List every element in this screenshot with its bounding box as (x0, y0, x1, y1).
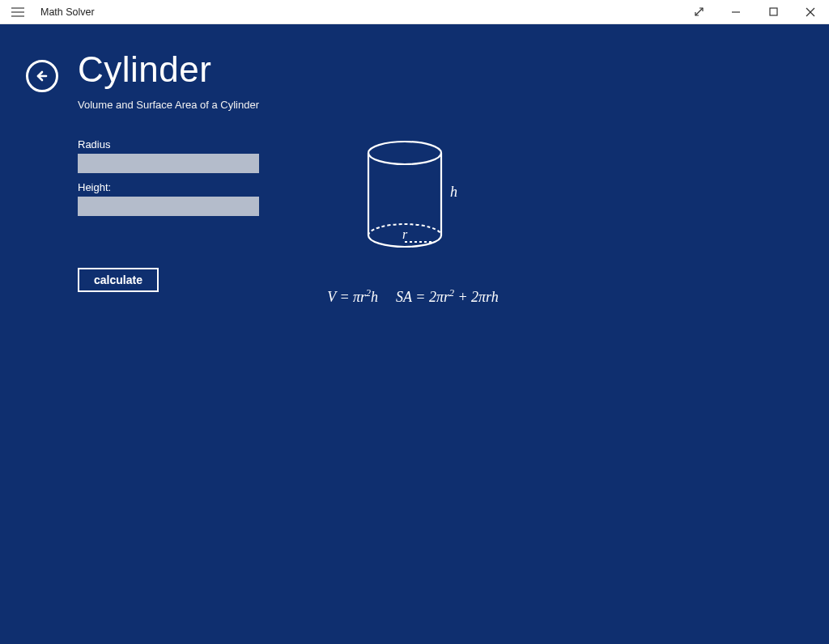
svg-rect-5 (770, 8, 777, 15)
app-body: Cylinder Volume and Surface Area of a Cy… (0, 24, 829, 644)
back-button[interactable] (26, 60, 58, 92)
radius-label: Radius (78, 138, 259, 150)
h-label: h (450, 184, 457, 200)
height-input[interactable] (78, 197, 259, 216)
hamburger-icon[interactable] (6, 7, 29, 17)
svg-line-3 (695, 8, 703, 15)
radius-input[interactable] (78, 154, 259, 173)
app-title: Math Solver (40, 6, 95, 18)
titlebar: Math Solver (0, 0, 829, 24)
input-form: Radius Height: calculate (78, 138, 259, 306)
page-subtitle: Volume and Surface Area of a Cylinder (78, 99, 829, 111)
page-title: Cylinder (78, 49, 211, 90)
maximize-icon[interactable] (755, 0, 792, 23)
minimize-icon[interactable] (717, 0, 755, 23)
system-buttons (680, 0, 829, 23)
fullscreen-icon[interactable] (680, 0, 717, 23)
svg-point-9 (368, 142, 441, 164)
height-label: Height: (78, 181, 259, 193)
surface-area-formula: SA = 2πr2 + 2πrh (396, 287, 499, 306)
calculate-button[interactable]: calculate (78, 268, 159, 292)
cylinder-diagram: r h V = πr2h SA = 2πr2 + 2πrh (308, 138, 518, 306)
r-label: r (402, 227, 408, 241)
formulas: V = πr2h SA = 2πr2 + 2πrh (308, 287, 518, 306)
volume-formula: V = πr2h (327, 287, 378, 306)
close-icon[interactable] (792, 0, 829, 23)
